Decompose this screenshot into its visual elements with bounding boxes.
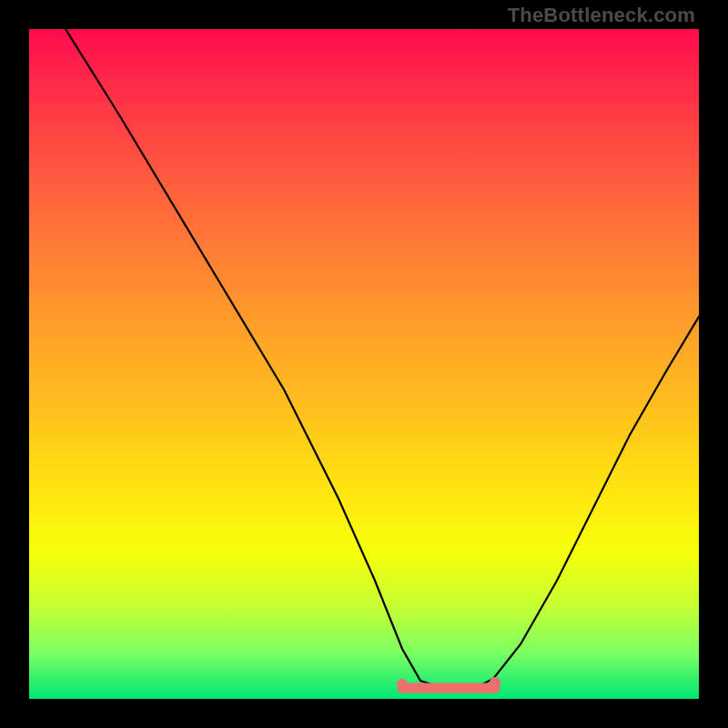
bottleneck-curve — [66, 29, 699, 690]
curve-layer — [29, 29, 699, 699]
chart-frame: TheBottleneck.com — [0, 0, 728, 728]
watermark-text: TheBottleneck.com — [508, 4, 695, 27]
flat-segment-right-dot — [490, 677, 500, 688]
flat-segment-left-dot — [397, 679, 408, 690]
plot-area — [29, 29, 699, 699]
